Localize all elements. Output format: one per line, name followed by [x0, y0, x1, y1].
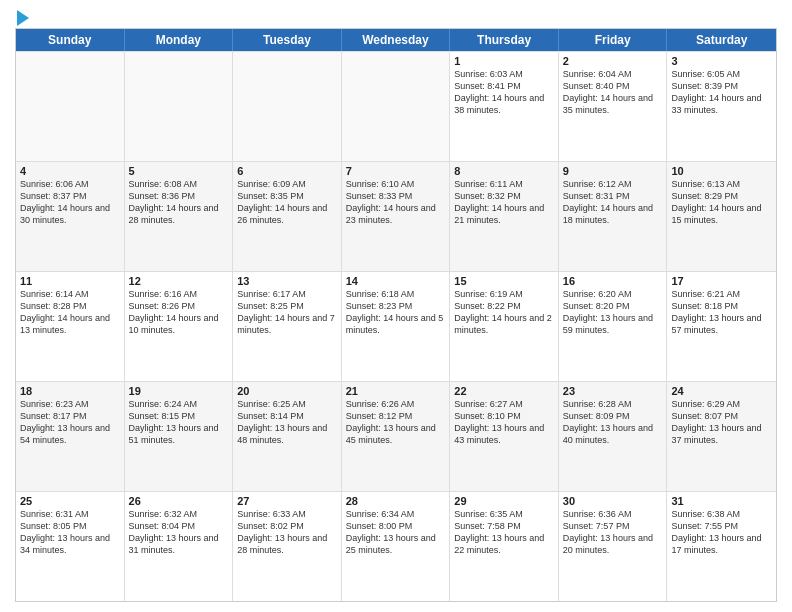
page: SundayMondayTuesdayWednesdayThursdayFrid…	[0, 0, 792, 612]
day-cell-4: 4Sunrise: 6:06 AM Sunset: 8:37 PM Daylig…	[16, 162, 125, 271]
day-number: 8	[454, 165, 554, 177]
day-number: 29	[454, 495, 554, 507]
cell-info: Sunrise: 6:09 AM Sunset: 8:35 PM Dayligh…	[237, 178, 337, 227]
day-cell-7: 7Sunrise: 6:10 AM Sunset: 8:33 PM Daylig…	[342, 162, 451, 271]
day-number: 5	[129, 165, 229, 177]
cell-info: Sunrise: 6:34 AM Sunset: 8:00 PM Dayligh…	[346, 508, 446, 557]
day-number: 4	[20, 165, 120, 177]
cell-info: Sunrise: 6:21 AM Sunset: 8:18 PM Dayligh…	[671, 288, 772, 337]
day-cell-17: 17Sunrise: 6:21 AM Sunset: 8:18 PM Dayli…	[667, 272, 776, 381]
day-cell-27: 27Sunrise: 6:33 AM Sunset: 8:02 PM Dayli…	[233, 492, 342, 601]
cell-info: Sunrise: 6:19 AM Sunset: 8:22 PM Dayligh…	[454, 288, 554, 337]
day-number: 23	[563, 385, 663, 397]
day-cell-25: 25Sunrise: 6:31 AM Sunset: 8:05 PM Dayli…	[16, 492, 125, 601]
day-number: 13	[237, 275, 337, 287]
day-number: 26	[129, 495, 229, 507]
empty-cell	[233, 52, 342, 161]
day-cell-13: 13Sunrise: 6:17 AM Sunset: 8:25 PM Dayli…	[233, 272, 342, 381]
cell-info: Sunrise: 6:31 AM Sunset: 8:05 PM Dayligh…	[20, 508, 120, 557]
logo	[15, 10, 29, 22]
cell-info: Sunrise: 6:29 AM Sunset: 8:07 PM Dayligh…	[671, 398, 772, 447]
day-number: 9	[563, 165, 663, 177]
day-number: 31	[671, 495, 772, 507]
calendar-header: SundayMondayTuesdayWednesdayThursdayFrid…	[16, 29, 776, 51]
weekday-header-monday: Monday	[125, 29, 234, 51]
weekday-header-thursday: Thursday	[450, 29, 559, 51]
cell-info: Sunrise: 6:26 AM Sunset: 8:12 PM Dayligh…	[346, 398, 446, 447]
cell-info: Sunrise: 6:20 AM Sunset: 8:20 PM Dayligh…	[563, 288, 663, 337]
day-number: 1	[454, 55, 554, 67]
calendar-row-3: 11Sunrise: 6:14 AM Sunset: 8:28 PM Dayli…	[16, 271, 776, 381]
day-number: 19	[129, 385, 229, 397]
day-number: 25	[20, 495, 120, 507]
calendar-row-4: 18Sunrise: 6:23 AM Sunset: 8:17 PM Dayli…	[16, 381, 776, 491]
cell-info: Sunrise: 6:25 AM Sunset: 8:14 PM Dayligh…	[237, 398, 337, 447]
cell-info: Sunrise: 6:36 AM Sunset: 7:57 PM Dayligh…	[563, 508, 663, 557]
cell-info: Sunrise: 6:16 AM Sunset: 8:26 PM Dayligh…	[129, 288, 229, 337]
day-cell-30: 30Sunrise: 6:36 AM Sunset: 7:57 PM Dayli…	[559, 492, 668, 601]
day-number: 20	[237, 385, 337, 397]
cell-info: Sunrise: 6:13 AM Sunset: 8:29 PM Dayligh…	[671, 178, 772, 227]
day-number: 10	[671, 165, 772, 177]
calendar-body: 1Sunrise: 6:03 AM Sunset: 8:41 PM Daylig…	[16, 51, 776, 601]
cell-info: Sunrise: 6:35 AM Sunset: 7:58 PM Dayligh…	[454, 508, 554, 557]
calendar-row-1: 1Sunrise: 6:03 AM Sunset: 8:41 PM Daylig…	[16, 51, 776, 161]
day-number: 11	[20, 275, 120, 287]
day-number: 14	[346, 275, 446, 287]
day-cell-26: 26Sunrise: 6:32 AM Sunset: 8:04 PM Dayli…	[125, 492, 234, 601]
cell-info: Sunrise: 6:23 AM Sunset: 8:17 PM Dayligh…	[20, 398, 120, 447]
cell-info: Sunrise: 6:38 AM Sunset: 7:55 PM Dayligh…	[671, 508, 772, 557]
day-cell-6: 6Sunrise: 6:09 AM Sunset: 8:35 PM Daylig…	[233, 162, 342, 271]
cell-info: Sunrise: 6:10 AM Sunset: 8:33 PM Dayligh…	[346, 178, 446, 227]
logo-arrow-icon	[17, 10, 29, 26]
day-cell-5: 5Sunrise: 6:08 AM Sunset: 8:36 PM Daylig…	[125, 162, 234, 271]
weekday-header-sunday: Sunday	[16, 29, 125, 51]
day-number: 16	[563, 275, 663, 287]
day-cell-11: 11Sunrise: 6:14 AM Sunset: 8:28 PM Dayli…	[16, 272, 125, 381]
weekday-header-tuesday: Tuesday	[233, 29, 342, 51]
day-number: 30	[563, 495, 663, 507]
empty-cell	[16, 52, 125, 161]
day-number: 2	[563, 55, 663, 67]
day-cell-9: 9Sunrise: 6:12 AM Sunset: 8:31 PM Daylig…	[559, 162, 668, 271]
cell-info: Sunrise: 6:12 AM Sunset: 8:31 PM Dayligh…	[563, 178, 663, 227]
day-number: 6	[237, 165, 337, 177]
cell-info: Sunrise: 6:06 AM Sunset: 8:37 PM Dayligh…	[20, 178, 120, 227]
day-cell-28: 28Sunrise: 6:34 AM Sunset: 8:00 PM Dayli…	[342, 492, 451, 601]
day-cell-31: 31Sunrise: 6:38 AM Sunset: 7:55 PM Dayli…	[667, 492, 776, 601]
cell-info: Sunrise: 6:32 AM Sunset: 8:04 PM Dayligh…	[129, 508, 229, 557]
day-number: 22	[454, 385, 554, 397]
cell-info: Sunrise: 6:33 AM Sunset: 8:02 PM Dayligh…	[237, 508, 337, 557]
cell-info: Sunrise: 6:18 AM Sunset: 8:23 PM Dayligh…	[346, 288, 446, 337]
day-cell-24: 24Sunrise: 6:29 AM Sunset: 8:07 PM Dayli…	[667, 382, 776, 491]
cell-info: Sunrise: 6:24 AM Sunset: 8:15 PM Dayligh…	[129, 398, 229, 447]
day-number: 28	[346, 495, 446, 507]
day-cell-19: 19Sunrise: 6:24 AM Sunset: 8:15 PM Dayli…	[125, 382, 234, 491]
day-cell-12: 12Sunrise: 6:16 AM Sunset: 8:26 PM Dayli…	[125, 272, 234, 381]
day-number: 3	[671, 55, 772, 67]
day-number: 18	[20, 385, 120, 397]
cell-info: Sunrise: 6:27 AM Sunset: 8:10 PM Dayligh…	[454, 398, 554, 447]
weekday-header-wednesday: Wednesday	[342, 29, 451, 51]
day-cell-15: 15Sunrise: 6:19 AM Sunset: 8:22 PM Dayli…	[450, 272, 559, 381]
day-number: 12	[129, 275, 229, 287]
day-cell-29: 29Sunrise: 6:35 AM Sunset: 7:58 PM Dayli…	[450, 492, 559, 601]
weekday-header-saturday: Saturday	[667, 29, 776, 51]
cell-info: Sunrise: 6:28 AM Sunset: 8:09 PM Dayligh…	[563, 398, 663, 447]
header	[15, 10, 777, 22]
day-number: 24	[671, 385, 772, 397]
day-cell-23: 23Sunrise: 6:28 AM Sunset: 8:09 PM Dayli…	[559, 382, 668, 491]
day-cell-16: 16Sunrise: 6:20 AM Sunset: 8:20 PM Dayli…	[559, 272, 668, 381]
day-number: 21	[346, 385, 446, 397]
cell-info: Sunrise: 6:08 AM Sunset: 8:36 PM Dayligh…	[129, 178, 229, 227]
day-cell-1: 1Sunrise: 6:03 AM Sunset: 8:41 PM Daylig…	[450, 52, 559, 161]
day-number: 7	[346, 165, 446, 177]
cell-info: Sunrise: 6:04 AM Sunset: 8:40 PM Dayligh…	[563, 68, 663, 117]
cell-info: Sunrise: 6:17 AM Sunset: 8:25 PM Dayligh…	[237, 288, 337, 337]
day-cell-21: 21Sunrise: 6:26 AM Sunset: 8:12 PM Dayli…	[342, 382, 451, 491]
cell-info: Sunrise: 6:14 AM Sunset: 8:28 PM Dayligh…	[20, 288, 120, 337]
day-cell-18: 18Sunrise: 6:23 AM Sunset: 8:17 PM Dayli…	[16, 382, 125, 491]
calendar: SundayMondayTuesdayWednesdayThursdayFrid…	[15, 28, 777, 602]
day-cell-14: 14Sunrise: 6:18 AM Sunset: 8:23 PM Dayli…	[342, 272, 451, 381]
empty-cell	[125, 52, 234, 161]
